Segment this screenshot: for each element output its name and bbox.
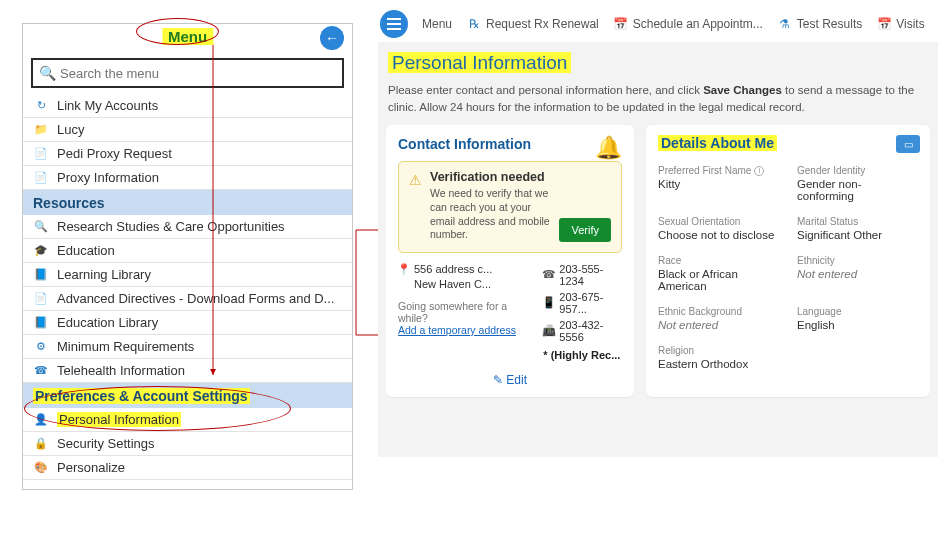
details-heading: Details About Me <box>658 135 918 159</box>
menu-section: Preferences & Account Settings <box>23 383 352 408</box>
verify-box: ⚠ Verification needed We need to verify … <box>398 161 622 253</box>
marital-val: Significant Other <box>797 229 918 241</box>
menu-item-icon: ⚙ <box>33 339 49 355</box>
bell-icon: 🔔 <box>595 135 622 161</box>
menu-item-label: Personal Information <box>57 412 181 427</box>
topbar-appointment[interactable]: 📅Schedule an Appointm... <box>613 16 763 32</box>
field-gender: Gender Identity Gender non-conforming <box>797 165 918 202</box>
topbar-visits-label: Visits <box>896 17 924 31</box>
menu-item[interactable]: ↻Link My Accounts <box>23 94 352 118</box>
menu-item[interactable]: 📘Learning Library <box>23 263 352 287</box>
details-grid: Preferred First Namei Kitty Gender Ident… <box>658 165 918 370</box>
menu-item-label: Education Library <box>57 315 158 330</box>
menu-section-label: Preferences & Account Settings <box>33 388 250 404</box>
menu-item-icon: 📄 <box>33 146 49 162</box>
menu-item-label: Pedi Proxy Request <box>57 146 172 161</box>
edit-button[interactable]: ✎ Edit <box>398 373 622 387</box>
ethbg-label: Ethnic Background <box>658 306 779 317</box>
menu-item-icon: 🔒 <box>33 436 49 452</box>
fax-icon: 📠 <box>543 324 555 337</box>
menu-item-icon: 📁 <box>33 122 49 138</box>
menu-item[interactable]: 📁Lucy <box>23 118 352 142</box>
topbar-results[interactable]: ⚗Test Results <box>777 16 862 32</box>
verify-button[interactable]: Verify <box>559 218 611 242</box>
address-column: 📍556 address c...New Haven C... Going so… <box>398 263 525 361</box>
topbar-rx[interactable]: ℞Request Rx Renewal <box>466 16 599 32</box>
menu-item-icon: ☎ <box>33 363 49 379</box>
relig-label: Religion <box>658 345 779 356</box>
ethbg-val: Not entered <box>658 319 779 331</box>
verify-title: Verification needed <box>430 170 551 184</box>
orient-label: Sexual Orientation <box>658 216 779 227</box>
contact-rows: 📍556 address c...New Haven C... Going so… <box>398 263 622 361</box>
hamburger-button[interactable] <box>380 10 408 38</box>
menu-item[interactable]: 📄Pedi Proxy Request <box>23 142 352 166</box>
menu-item-icon: 🔍 <box>33 219 49 235</box>
contact-card: Contact Information 🔔 ⚠ Verification nee… <box>386 125 634 397</box>
menu-item-label: Minimum Requirements <box>57 339 194 354</box>
contact-heading: Contact Information <box>398 136 531 160</box>
flask-icon: ⚗ <box>777 16 793 32</box>
menu-item[interactable]: ☎Telehealth Information <box>23 359 352 383</box>
topbar-visits[interactable]: 📅Visits <box>876 16 924 32</box>
menu-item-icon: 📘 <box>33 315 49 331</box>
field-race: Race Black or African American <box>658 255 779 292</box>
page-intro: Please enter contact and personal inform… <box>386 78 930 125</box>
field-orientation: Sexual Orientation Choose not to disclos… <box>658 216 779 241</box>
menu-item-icon: 🎨 <box>33 460 49 476</box>
content-columns: Contact Information 🔔 ⚠ Verification nee… <box>386 125 930 397</box>
menu-item[interactable]: 🔍Research Studies & Care Opportunities <box>23 215 352 239</box>
search-input[interactable] <box>60 66 336 81</box>
info-icon[interactable]: i <box>754 166 764 176</box>
id-card-icon[interactable]: ▭ <box>896 135 920 153</box>
menu-item-icon: 📘 <box>33 267 49 283</box>
menu-section-label: Resources <box>33 195 105 211</box>
arrow-left-icon: ← <box>325 30 339 46</box>
relig-val: Eastern Orthodox <box>658 358 779 370</box>
menu-item[interactable]: 🎨Personalize <box>23 456 352 480</box>
phone-column: ☎203-555-1234 📱203-675-957... 📠203-432-5… <box>543 263 622 361</box>
menu-item[interactable]: 🎓Education <box>23 239 352 263</box>
back-button[interactable]: ← <box>320 26 344 50</box>
menu-item[interactable]: 🔒Security Settings <box>23 432 352 456</box>
addr-line1: 556 address c... <box>414 263 492 275</box>
menu-item-icon: 🎓 <box>33 243 49 259</box>
menu-item[interactable]: 📄Proxy Information <box>23 166 352 190</box>
menu-item-label: Advanced Directives - Download Forms and… <box>57 291 334 306</box>
menu-item-icon: 👤 <box>33 412 49 428</box>
topbar-results-label: Test Results <box>797 17 862 31</box>
topbar-appt-label: Schedule an Appointm... <box>633 17 763 31</box>
topbar-rx-label: Request Rx Renewal <box>486 17 599 31</box>
menu-item[interactable]: 📄Advanced Directives - Download Forms an… <box>23 287 352 311</box>
menu-item-icon: 📄 <box>33 291 49 307</box>
menu-item[interactable]: ⚙Minimum Requirements <box>23 335 352 359</box>
menu-title: Menu <box>162 28 213 45</box>
pencil-icon: ✎ <box>493 373 503 387</box>
page-body: Personal Information Please enter contac… <box>378 42 938 457</box>
add-temp-address-link[interactable]: Add a temporary address <box>398 324 525 336</box>
field-religion: Religion Eastern Orthodox <box>658 345 779 370</box>
menu-item-label: Education <box>57 243 115 258</box>
page-title: Personal Information <box>386 42 930 78</box>
page-title-text: Personal Information <box>388 52 571 73</box>
menu-header: Menu ← <box>23 24 352 54</box>
pin-icon: 📍 <box>398 263 410 276</box>
menu-section: Resources <box>23 190 352 215</box>
menu-item[interactable]: 📘Education Library <box>23 311 352 335</box>
addr-line2: New Haven C... <box>414 278 492 290</box>
menu-item-label: Research Studies & Care Opportunities <box>57 219 285 234</box>
search-icon: 🔍 <box>39 65 56 81</box>
topbar-menu[interactable]: Menu <box>422 17 452 31</box>
orient-val: Choose not to disclose <box>658 229 779 241</box>
eth-label: Ethnicity <box>797 255 918 266</box>
search-box[interactable]: 🔍 <box>31 58 344 88</box>
lang-val: English <box>797 319 918 331</box>
menu-item[interactable]: 👤Personal Information <box>23 408 352 432</box>
field-language: Language English <box>797 306 918 331</box>
intro-bold: Save Changes <box>703 84 782 96</box>
warning-icon: ⚠ <box>409 172 422 242</box>
field-ethnicity: Ethnicity Not entered <box>797 255 918 292</box>
rx-icon: ℞ <box>466 16 482 32</box>
phone2: 203-675-957... <box>559 291 622 315</box>
field-marital: Marital Status Significant Other <box>797 216 918 241</box>
